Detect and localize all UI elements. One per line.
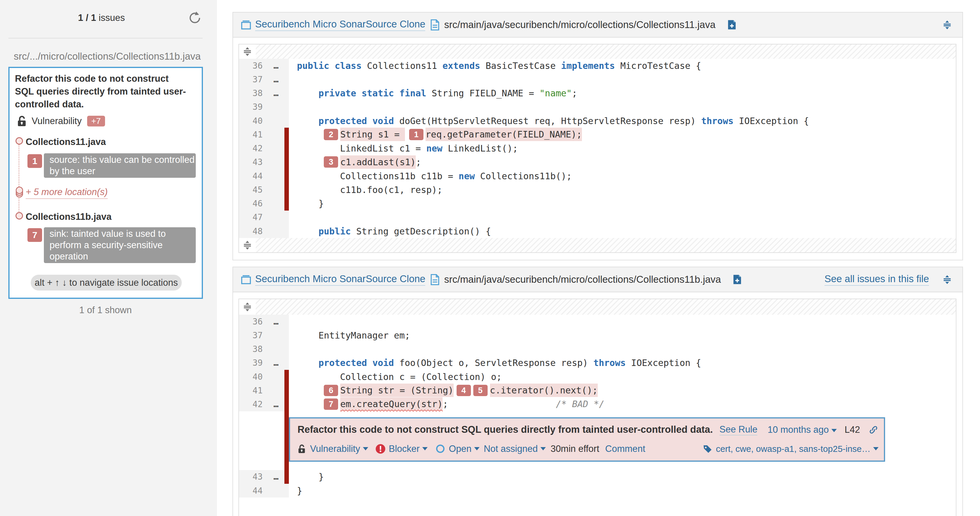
panel1-header: Securibench Micro SonarSource Clone src/… — [233, 13, 963, 38]
flow-file-2: Collections11b.java — [25, 211, 111, 222]
pin-file-2[interactable] — [733, 273, 741, 286]
reload-button[interactable] — [188, 11, 202, 25]
file-panel-collections11: Securibench Micro SonarSource Clone src/… — [232, 12, 963, 260]
issues-sidebar: 1 / 1 issues src/.../micro/collections/C… — [0, 0, 217, 516]
tags-dd[interactable]: cert, cwe, owasp-a1, sans-top25-inse… — [716, 444, 870, 454]
flow-file-1: Collections11.java — [25, 137, 106, 147]
code-collections11: 36…public class Collections11 extends Ba… — [239, 44, 956, 253]
issue-age[interactable]: 10 months ago — [768, 424, 837, 435]
project-link[interactable]: Securibench Micro SonarSource Clone — [255, 19, 425, 31]
expand-file-2[interactable] — [943, 274, 951, 285]
issue-component-path: src/.../micro/collections/Collections11b… — [14, 51, 201, 62]
flow-location-7: sink: tainted value is used toperform a … — [44, 227, 196, 263]
sonarqube-issues-page: 1 / 1 issues src/.../micro/collections/C… — [0, 0, 980, 516]
expand-down-1[interactable] — [239, 238, 956, 252]
issue-type: Vulnerability +7 — [17, 114, 105, 128]
issues-count: 1 / 1 issues — [0, 13, 203, 23]
panel2-header: Securibench Micro SonarSource Clone src/… — [233, 267, 963, 292]
flow-location-1: source: this value can be controlledby t… — [44, 153, 196, 178]
expand-file-1[interactable] — [943, 19, 951, 30]
issue-card[interactable]: Refactor this code to not constructSQL q… — [8, 67, 203, 299]
expand-up-1[interactable] — [239, 44, 956, 59]
see-all-issues[interactable]: See all issues in this file — [824, 273, 929, 286]
shown-count: 1 of 1 shown — [0, 305, 211, 316]
pin-file[interactable] — [727, 19, 736, 31]
assignee-dd[interactable]: Not assigned — [484, 443, 538, 454]
comment[interactable]: Comment — [605, 443, 645, 454]
file-panel-collections11b: Securibench Micro SonarSource Clone src/… — [232, 267, 963, 516]
status-dd[interactable]: Open — [449, 443, 471, 454]
type-dd[interactable]: Vulnerability — [310, 443, 360, 454]
expand-up-2[interactable] — [239, 299, 956, 315]
issue-box[interactable]: Refactor this code to not construct SQL … — [289, 417, 885, 462]
issue-permalink[interactable] — [869, 425, 878, 435]
severity-dd[interactable]: Blocker — [389, 443, 420, 454]
more-locations[interactable]: + 5 more location(s) — [25, 187, 108, 199]
project-link-2[interactable]: Securibench Micro SonarSource Clone — [255, 273, 425, 286]
code-collections11b: 36… 37 EntityManager em; 38 39… protecte… — [239, 298, 956, 516]
see-rule[interactable]: See Rule — [719, 424, 758, 435]
